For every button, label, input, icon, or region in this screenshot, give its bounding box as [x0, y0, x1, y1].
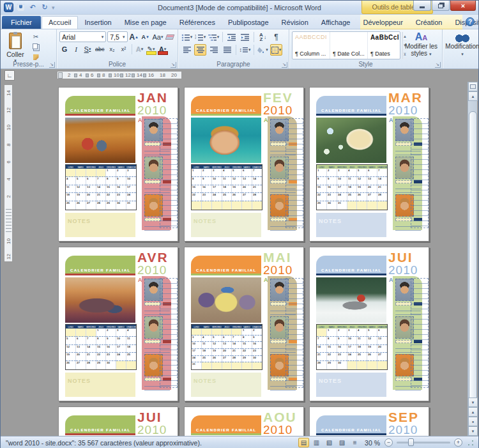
day-cell[interactable]: 25	[202, 356, 212, 363]
day-cell[interactable]: 7	[86, 337, 96, 345]
day-cell[interactable]: 11	[347, 177, 358, 185]
day-cell[interactable]: 13	[86, 185, 96, 194]
day-cell[interactable]	[66, 328, 76, 337]
day-cell[interactable]: 8	[96, 337, 107, 345]
zoom-slider[interactable]	[397, 442, 450, 444]
day-cell[interactable]: 4	[66, 177, 76, 185]
tab-révision[interactable]: Révision	[275, 17, 315, 29]
paragraph-dialog-launcher[interactable]: ↘	[282, 62, 287, 68]
justify-button[interactable]	[221, 44, 233, 56]
scroll-down-button[interactable]: ▼	[468, 398, 478, 407]
day-cell[interactable]: 6	[377, 328, 387, 337]
day-cell[interactable]: 17	[212, 185, 222, 194]
align-center-button[interactable]	[194, 44, 206, 56]
day-cell[interactable]: 6	[76, 337, 86, 345]
day-cell[interactable]: 3	[337, 169, 347, 177]
day-cell[interactable]: 28	[252, 193, 262, 201]
style-item-dates[interactable]: AaBbCcI ¶ Dates	[368, 32, 402, 59]
calendar-page-sep-8[interactable]: CALENDRIER FAMILIALSEP2010	[309, 406, 429, 436]
tab-mise-en-page[interactable]: Mise en page	[118, 17, 173, 29]
save-button[interactable]	[15, 3, 26, 13]
day-cell[interactable]: 13	[76, 345, 86, 353]
day-cell[interactable]: 23	[337, 353, 347, 361]
text-effects-button[interactable]: A▾	[135, 43, 145, 54]
web-layout-view-button[interactable]: ▧	[324, 438, 335, 447]
day-cell[interactable]: 23	[252, 349, 262, 356]
day-cell[interactable]: 4	[126, 328, 136, 337]
strikethrough-button[interactable]: abc	[94, 43, 106, 54]
font-color-button[interactable]: A▾	[158, 43, 168, 54]
style-dialog-launcher[interactable]: ↘	[435, 62, 441, 68]
day-cell[interactable]: 14	[232, 342, 242, 349]
todo-dashed-column[interactable]	[411, 278, 429, 388]
calendar-page-mar-2[interactable]: CALENDRIER FAMILIALMAR2010A FAIRELUNDIMA…	[309, 87, 429, 242]
table-column-marker[interactable]	[86, 73, 89, 77]
day-cell[interactable]: 5	[76, 177, 86, 185]
day-cell[interactable]: 2	[202, 169, 212, 177]
member-name-strip[interactable]	[270, 218, 287, 221]
day-cell[interactable]	[357, 361, 367, 369]
vertical-scrollbar[interactable]: ▲ ▼ ▲ ● ▼	[468, 82, 477, 436]
word-logo-icon[interactable]: W	[4, 3, 13, 12]
month-grid[interactable]: LUNDIMARDIMERCREDIJEUDIVENDREDISAMEDIDIM…	[191, 164, 262, 210]
calendar-page-aou-7[interactable]: CALENDRIER FAMILIALAOU2010	[184, 406, 304, 436]
day-cell[interactable]: 1	[327, 328, 337, 337]
calendar-page-jan-0[interactable]: CALENDRIER FAMILIALJAN2010A FAIRELUNDIMA…	[58, 87, 178, 242]
day-cell[interactable]: 26	[66, 361, 76, 369]
day-cell[interactable]: 22	[317, 193, 327, 201]
sort-button[interactable]: AZ↓	[257, 31, 269, 43]
change-styles-button[interactable]: AA Modifier les styles ▾	[403, 31, 439, 59]
day-cell[interactable]: 15	[106, 185, 116, 194]
day-cell[interactable]: 20	[242, 185, 252, 194]
day-cell[interactable]	[212, 362, 222, 369]
day-cell[interactable]: 12	[357, 177, 367, 185]
day-cell[interactable]: 2	[327, 169, 337, 177]
tab-fichier[interactable]: Fichier	[2, 16, 41, 29]
change-case-button[interactable]: Aa▾	[152, 31, 163, 42]
day-cell[interactable]	[212, 201, 222, 210]
day-cell[interactable]: 4	[357, 328, 367, 337]
draft-view-button[interactable]: ≡	[349, 438, 360, 447]
day-cell[interactable]	[96, 169, 107, 177]
tab-insertion[interactable]: Insertion	[78, 17, 118, 29]
day-cell[interactable]	[192, 328, 202, 336]
day-cell[interactable]: 15	[192, 185, 202, 194]
member-name-strip[interactable]	[395, 180, 412, 183]
restore-button[interactable]	[432, 1, 450, 11]
day-cell[interactable]: 16	[337, 345, 347, 353]
day-cell[interactable]: 6	[222, 336, 232, 343]
day-cell[interactable]: 10	[212, 177, 222, 185]
clipboard-dialog-launcher[interactable]: ↘	[49, 62, 55, 68]
day-cell[interactable]: 19	[76, 193, 86, 201]
day-cell[interactable]: 1	[242, 328, 252, 336]
member-name-strip[interactable]	[144, 302, 161, 305]
day-cell[interactable]: 26	[367, 353, 377, 361]
day-cell[interactable]: 4	[347, 169, 358, 177]
day-cell[interactable]: 9	[337, 337, 347, 345]
member-name-strip[interactable]	[395, 218, 412, 221]
day-cell[interactable]: 15	[317, 185, 327, 194]
member-name-strip[interactable]	[144, 218, 161, 221]
day-cell[interactable]: 2	[252, 328, 262, 336]
day-cell[interactable]: 25	[66, 201, 76, 210]
day-cell[interactable]: 7	[317, 337, 327, 345]
month-grid[interactable]: LUNDIMARDIMERCREDIJEUDIVENDREDISAMEDIDIM…	[65, 324, 137, 370]
day-cell[interactable]: 20	[377, 345, 387, 353]
member-name-strip[interactable]	[395, 340, 412, 343]
notes-block[interactable]: NOTES	[316, 373, 386, 397]
print-layout-view-button[interactable]: ▤	[298, 438, 309, 447]
day-cell[interactable]	[232, 362, 242, 369]
day-cell[interactable]: 2	[116, 169, 126, 177]
member-name-strip[interactable]	[270, 302, 287, 305]
day-cell[interactable]: 20	[222, 349, 232, 356]
table-column-marker[interactable]	[74, 73, 77, 77]
day-cell[interactable]	[76, 328, 86, 337]
shrink-font-button[interactable]: A▼	[141, 31, 151, 42]
day-cell[interactable]: 28	[317, 361, 327, 369]
day-cell[interactable]: 3	[347, 328, 358, 337]
align-right-button[interactable]	[208, 44, 220, 56]
day-cell[interactable]: 8	[327, 337, 337, 345]
day-cell[interactable]	[202, 328, 212, 336]
copy-button[interactable]	[30, 42, 42, 52]
cut-button[interactable]: ✂	[30, 32, 42, 42]
